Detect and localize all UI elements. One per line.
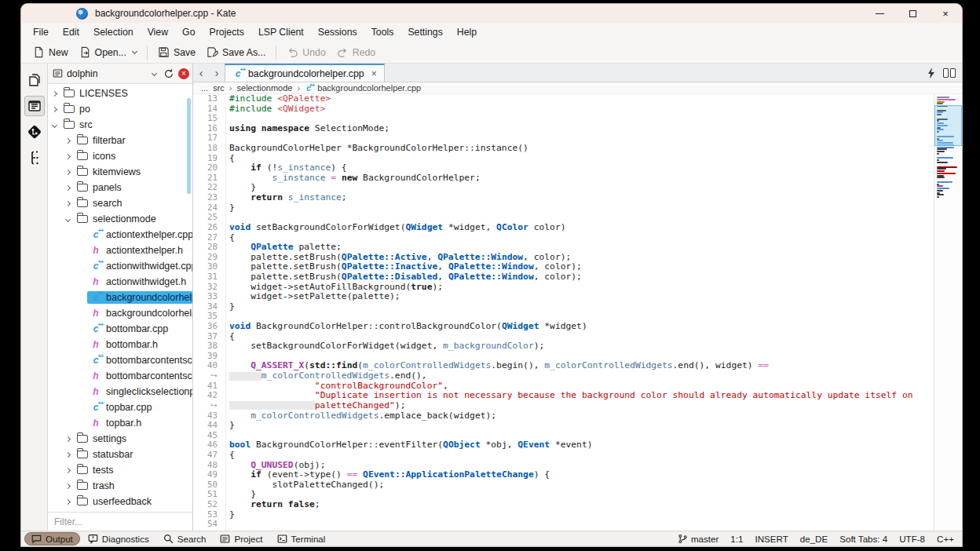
close-project-icon[interactable]: × (178, 68, 189, 79)
status-encoding[interactable]: UTF-8 (899, 534, 925, 544)
project-dropdown-chevron-icon[interactable] (152, 71, 157, 76)
tree-item-po[interactable]: po (48, 101, 192, 117)
tree-item-userfeedback[interactable]: userfeedback (48, 494, 192, 509)
tree-item-statusbar[interactable]: statusbar (48, 447, 192, 462)
breadcrumb-selectionmode[interactable]: selectionmode (237, 83, 293, 93)
tree-item-icons[interactable]: icons (48, 148, 192, 164)
status-input-mode[interactable]: INSERT (755, 534, 788, 544)
chevron-collapsed-icon[interactable] (65, 467, 71, 473)
terminal-toolview-button[interactable]: Terminal (271, 533, 332, 545)
tree-item-trash[interactable]: trash (48, 478, 192, 494)
minimize-button[interactable] (863, 4, 896, 23)
menu-lsp-client[interactable]: LSP Client (251, 24, 311, 40)
tree-item-tests[interactable]: tests (48, 462, 192, 478)
tree-item-selectionmode[interactable]: selectionmode (48, 211, 192, 227)
status-dictionary[interactable]: de_DE (800, 534, 828, 544)
chevron-collapsed-icon[interactable] (65, 184, 71, 190)
code-view[interactable]: 13#include <QPalette>14#include <QWidget… (193, 94, 962, 531)
chevron-collapsed-icon[interactable] (65, 436, 71, 441)
tree-item-actiontexthelper-cpp[interactable]: c++actiontexthelper.cpp (48, 227, 192, 243)
open-button[interactable]: Open... (74, 44, 142, 60)
tree-item-search[interactable]: search (48, 195, 192, 211)
status-highlight-mode[interactable]: C++ (937, 534, 954, 544)
maximize-button[interactable] (896, 4, 929, 23)
search-toolview-button[interactable]: Search (157, 533, 213, 545)
editor-area: ‹ › c++ backgroundcolorhelper.cpp × ... … (193, 64, 962, 531)
project-toolview-button[interactable]: Project (214, 533, 269, 545)
tree-item-actionwithwidget-cpp[interactable]: c++actionwithwidget.cpp (48, 258, 192, 274)
menu-sessions[interactable]: Sessions (311, 24, 364, 40)
chevron-expanded-icon[interactable] (65, 216, 71, 221)
diagnostics-toolview-button[interactable]: Diagnostics (82, 533, 155, 545)
breadcrumb-src[interactable]: src (213, 83, 225, 93)
project-selector[interactable]: dolphin × (48, 64, 192, 84)
output-toolview-button[interactable]: Output (24, 532, 80, 546)
tree-item-bottombarcontentscont-[interactable]: hbottombarcontentscont... (48, 368, 192, 384)
tree-item-topbar-h[interactable]: htopbar.h (48, 415, 192, 431)
tree-item-src[interactable]: src (48, 117, 192, 133)
tab-close-icon[interactable]: × (371, 68, 377, 79)
menu-file[interactable]: File (26, 24, 56, 40)
tab-backgroundcolorhelper[interactable]: c++ backgroundcolorhelper.cpp × (225, 64, 385, 82)
tree-item-filterbar[interactable]: filterbar (48, 133, 192, 148)
chevron-collapsed-icon[interactable] (65, 137, 71, 143)
menu-tools[interactable]: Tools (364, 24, 401, 40)
status-git-branch[interactable]: master (678, 534, 719, 544)
chevron-collapsed-icon[interactable] (65, 498, 71, 504)
tree-item-bottombar-h[interactable]: hbottombar.h (48, 337, 192, 352)
menu-settings[interactable]: Settings (400, 24, 449, 40)
tab-scroll-left-icon[interactable]: ‹ (193, 64, 209, 82)
git-tool-icon[interactable] (24, 122, 45, 142)
menu-selection[interactable]: Selection (86, 24, 141, 40)
split-view-icon[interactable] (943, 68, 956, 78)
save-as-button[interactable]: Save As... (201, 44, 271, 60)
tree-item-actionwithwidget-h[interactable]: hactionwithwidget.h (48, 274, 192, 290)
menu-go[interactable]: Go (175, 24, 202, 40)
minimap-viewport[interactable] (934, 105, 962, 146)
tree-item-singleclickselectionproxy-[interactable]: hsingleclickselectionproxy... (48, 384, 192, 400)
tab-scroll-right-icon[interactable]: › (209, 64, 225, 82)
tree-item-panels[interactable]: panels (48, 180, 192, 195)
quick-open-icon[interactable] (927, 68, 935, 78)
tree-scrollbar[interactable] (187, 98, 191, 194)
chevron-collapsed-icon[interactable] (65, 483, 71, 488)
menu-projects[interactable]: Projects (202, 24, 250, 40)
folder-icon (77, 168, 88, 176)
redo-button[interactable]: Redo (331, 44, 381, 60)
chevron-collapsed-icon[interactable] (65, 153, 71, 159)
tree-item-actiontexthelper-h[interactable]: hactiontexthelper.h (48, 243, 192, 258)
documents-tool-icon[interactable] (24, 70, 45, 90)
breadcrumb-file[interactable]: backgroundcolorhelper.cpp (317, 83, 421, 93)
tree-item-bottombarcontentscont-[interactable]: c++bottombarcontentscont... (48, 352, 192, 368)
tree-item-backgroundcolorhelper-h[interactable]: hbackgroundcolorhelper.h (48, 305, 192, 321)
save-button[interactable]: Save (152, 44, 201, 60)
menu-help[interactable]: Help (450, 24, 484, 40)
filter-input[interactable] (48, 516, 192, 527)
minimap-scrollbar[interactable] (934, 94, 962, 531)
tree-item-topbar-cpp[interactable]: c++topbar.cpp (48, 400, 192, 415)
status-tab-width[interactable]: Soft Tabs: 4 (839, 534, 887, 544)
chevron-collapsed-icon[interactable] (65, 169, 71, 174)
close-button[interactable]: × (929, 4, 962, 23)
breadcrumb-ellipsis[interactable]: ... (201, 83, 208, 93)
new-button[interactable]: New (27, 44, 74, 60)
projects-tool-icon[interactable] (24, 96, 45, 116)
symbol-outline-tool-icon[interactable] (24, 148, 45, 168)
chevron-collapsed-icon[interactable] (52, 106, 57, 111)
chevron-collapsed-icon[interactable] (52, 90, 57, 96)
tree-item-bottombar-cpp[interactable]: c++bottombar.cpp (48, 321, 192, 337)
tree-item-settings[interactable]: settings (48, 431, 192, 447)
tree-item-kitemviews[interactable]: kitemviews (48, 164, 192, 180)
chevron-collapsed-icon[interactable] (65, 451, 71, 457)
menu-view[interactable]: View (141, 24, 175, 40)
tree-item-backgroundcolorhelper-c-[interactable]: c++backgroundcolorhelper.c... (48, 290, 192, 305)
refresh-icon[interactable] (163, 68, 174, 79)
chevron-collapsed-icon[interactable] (65, 200, 71, 206)
open-dropdown-chevron-icon[interactable] (132, 49, 137, 54)
tree-item-licenses[interactable]: LICENSES (48, 86, 192, 101)
menu-edit[interactable]: Edit (56, 24, 86, 40)
status-cursor-position[interactable]: 1:1 (730, 534, 743, 544)
undo-button[interactable]: Undo (281, 44, 331, 60)
tree-item-label: src (79, 119, 93, 130)
chevron-expanded-icon[interactable] (52, 122, 57, 127)
